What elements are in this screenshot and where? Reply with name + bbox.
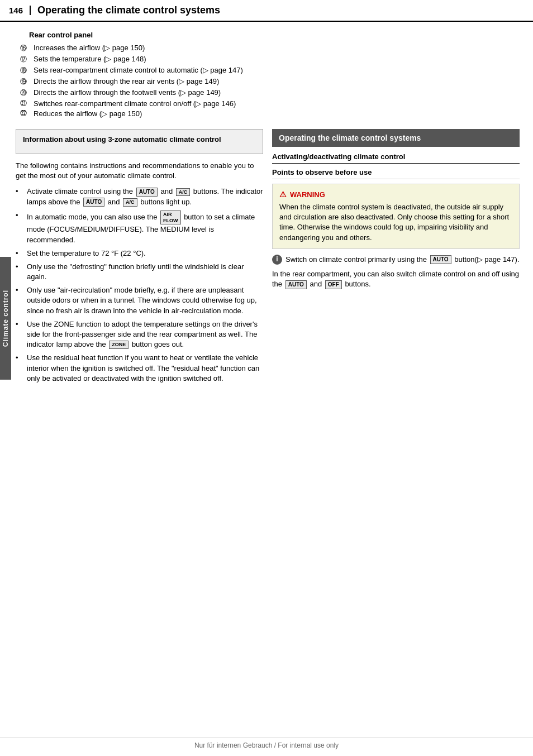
- auto-button-inline: AUTO: [136, 188, 158, 197]
- item-num: ⑳: [16, 88, 31, 98]
- list-item: • Only use the "defrosting" function bri…: [16, 262, 263, 282]
- list-item: • Set the temperature to 72 °F (22 °C).: [16, 248, 263, 259]
- page-number: 146: [9, 6, 31, 15]
- item-num: ㉒: [16, 109, 31, 117]
- item-num: ⑱: [16, 66, 31, 75]
- list-item: ⑲Directs the airflow through the rear ai…: [16, 77, 520, 87]
- zone-button-inline: ZONE: [109, 341, 129, 349]
- warning-box: ⚠ WARNING When the climate control syste…: [272, 184, 520, 249]
- warning-triangle-icon: ⚠: [279, 190, 287, 199]
- item-text: Sets the temperature (▷ page 148): [34, 55, 146, 63]
- page-footer: Nur für internen Gebrauch / For internal…: [0, 738, 533, 749]
- info-para: i Switch on climate control primarily us…: [272, 255, 520, 265]
- item-num: ⑯: [16, 44, 31, 53]
- list-item: ⑱Sets rear-compartment climate control t…: [16, 66, 520, 75]
- item-text: Only use the "defrosting" function brief…: [27, 262, 263, 282]
- auto-button-inline2: AUTO: [83, 198, 104, 207]
- list-item: ⑰Sets the temperature (▷ page 148): [16, 55, 520, 64]
- intro-text: The following contains instructions and …: [16, 161, 263, 181]
- list-item: • In automatic mode, you can also use th…: [16, 210, 263, 245]
- item-text: Switches rear-compartment climate contro…: [34, 99, 236, 108]
- bullet-list: • Activate climate control using the AUT…: [16, 186, 263, 384]
- side-tab: Climate control: [0, 257, 11, 380]
- warning-title: ⚠ WARNING: [279, 190, 512, 199]
- ac-button-inline: A/C: [176, 188, 191, 197]
- item-text: Directs the airflow through the footwell…: [34, 88, 221, 97]
- warning-label: WARNING: [290, 190, 325, 199]
- rear-panel-section: Rear control panel ⑯Increases the airflo…: [16, 31, 520, 118]
- off-button-right: OFF: [325, 280, 342, 289]
- item-text: Sets rear-compartment climate control to…: [34, 66, 243, 74]
- footer-text: Nur für internen Gebrauch / For internal…: [194, 741, 339, 749]
- right-main-heading: Operating the climate control systems: [272, 129, 520, 147]
- ac-button-inline2: A/C: [123, 198, 137, 207]
- bullet: •: [16, 319, 25, 329]
- left-column: Information about using 3-zone automatic…: [16, 129, 263, 387]
- auto-button-right: AUTO: [430, 255, 451, 264]
- bullet: •: [16, 285, 25, 295]
- bullet: •: [16, 210, 25, 221]
- list-item: • Only use "air-recirculation" mode brie…: [16, 285, 263, 316]
- page-title: Operating the climate control systems: [37, 4, 220, 16]
- item-text: Directs the airflow through the rear air…: [34, 77, 219, 85]
- info-text: Switch on climate control primarily usin…: [285, 255, 520, 265]
- bullet: •: [16, 186, 25, 197]
- item-text: In automatic mode, you can also use the …: [27, 210, 263, 245]
- two-column-layout: Information about using 3-zone automatic…: [16, 129, 520, 387]
- body-text: In the rear compartment, you can also sw…: [272, 269, 520, 289]
- item-text: Reduces the airflow (▷ page 150): [34, 109, 142, 118]
- side-tab-label: Climate control: [2, 290, 9, 347]
- list-item: • Activate climate control using the AUT…: [16, 186, 263, 207]
- right-subheading: Activating/deactivating climate control: [272, 152, 520, 164]
- item-text: Activate climate control using the AUTO …: [27, 186, 263, 207]
- rear-panel-list: ⑯Increases the airflow (▷ page 150) ⑰Set…: [16, 44, 520, 118]
- info-icon: i: [272, 255, 282, 265]
- list-item: • Use the residual heat function if you …: [16, 353, 263, 384]
- info-box-title: Information about using 3-zone automatic…: [23, 135, 256, 143]
- item-text: Only use "air-recirculation" mode briefl…: [27, 285, 263, 316]
- item-num: ㉑: [16, 99, 31, 107]
- list-item: ㉑Switches rear-compartment climate contr…: [16, 99, 520, 108]
- list-item: ㉒Reduces the airflow (▷ page 150): [16, 109, 520, 118]
- bullet: •: [16, 353, 25, 363]
- airflow-button-inline: AIRFLOW: [160, 210, 181, 225]
- page-header: 146 Operating the climate control system…: [0, 0, 533, 22]
- bullet: •: [16, 248, 25, 259]
- main-content: Rear control panel ⑯Increases the airflo…: [0, 22, 533, 396]
- list-item: ⑯Increases the airflow (▷ page 150): [16, 44, 520, 53]
- item-num: ⑰: [16, 55, 31, 64]
- bullet: •: [16, 262, 25, 272]
- warning-text: When the climate control system is deact…: [279, 202, 512, 243]
- item-text: Increases the airflow (▷ page 150): [34, 44, 145, 52]
- rear-panel-title: Rear control panel: [29, 31, 520, 39]
- item-text: Use the ZONE function to adopt the tempe…: [27, 319, 263, 350]
- right-column: Operating the climate control systems Ac…: [272, 129, 520, 387]
- item-text: Use the residual heat function if you wa…: [27, 353, 263, 384]
- list-item: • Use the ZONE function to adopt the tem…: [16, 319, 263, 350]
- info-box: Information about using 3-zone automatic…: [16, 129, 263, 154]
- auto-button-right2: AUTO: [285, 280, 307, 289]
- list-item: ⑳Directs the airflow through the footwel…: [16, 88, 520, 98]
- points-heading: Points to observe before use: [272, 168, 520, 179]
- item-text: Set the temperature to 72 °F (22 °C).: [27, 248, 146, 259]
- item-num: ⑲: [16, 77, 31, 87]
